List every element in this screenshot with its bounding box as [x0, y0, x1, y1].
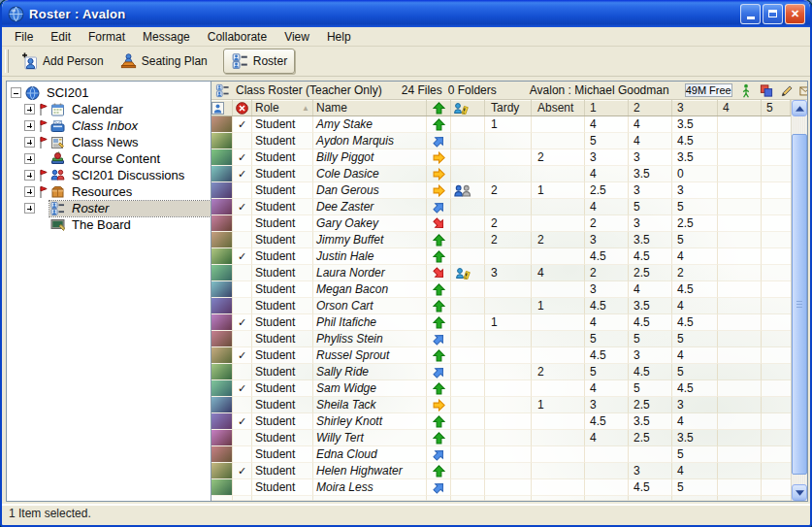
attendance-check[interactable] — [233, 215, 252, 232]
attendance-check[interactable]: ✓ — [233, 248, 252, 265]
tree-expander[interactable] — [24, 104, 35, 115]
tree-expander[interactable] — [24, 170, 35, 181]
table-row[interactable]: Student Sheila Tack 1 3 2.5 3 — [211, 397, 791, 413]
attendance-check[interactable] — [233, 281, 252, 298]
table-row[interactable]: Student Sally Ride 2 5 4.5 5 — [211, 364, 791, 380]
table-row[interactable]: ✓ Student Phil Itafiche 1 4 4.5 4.5 — [211, 314, 791, 331]
grade-column-header[interactable]: 3 — [672, 100, 718, 115]
toolbar-grip[interactable] — [5, 49, 9, 73]
attendance-check[interactable]: ✓ — [233, 314, 252, 331]
tree-item-sci201-discussions[interactable]: SCI201 Discussions — [9, 167, 211, 183]
grade-column-header[interactable]: 5 — [762, 100, 791, 115]
tree-expander[interactable] — [24, 120, 35, 131]
tree-expander[interactable] — [24, 153, 35, 164]
table-row[interactable]: Student Orson Cart 1 4.5 3.5 4 — [211, 298, 791, 314]
attendance-check[interactable] — [233, 397, 252, 413]
tree-item-course-content[interactable]: Course Content — [9, 150, 211, 167]
table-row[interactable]: Student Jimmy Buffet 2 2 3 3.5 5 — [211, 232, 791, 248]
block-column-header[interactable] — [233, 100, 252, 115]
attendance-check[interactable] — [233, 265, 252, 281]
attendance-check[interactable] — [233, 133, 252, 149]
copy-icon[interactable] — [759, 83, 774, 98]
role-column-header[interactable]: Role▲ — [252, 100, 313, 115]
attendance-check[interactable]: ✓ — [233, 380, 252, 397]
table-row[interactable]: ✓ Student Billy Piggot 2 3 3 3.5 — [211, 149, 791, 166]
person-status-icon[interactable] — [738, 83, 754, 98]
table-row[interactable]: Student Aydon Marquis 5 4 4.5 — [211, 133, 791, 149]
tardy-column-header[interactable]: Tardy — [485, 100, 532, 115]
grade-column-header[interactable]: 2 — [629, 100, 672, 115]
scrollbar-thumb[interactable] — [792, 134, 807, 475]
tree-item-sci201[interactable]: SCI201 — [9, 84, 211, 101]
tree-item-resources[interactable]: Resources — [9, 183, 211, 200]
grade-column-header[interactable]: 1 — [585, 100, 629, 115]
table-row[interactable]: Student Phyliss Stein 5 5 5 — [211, 331, 791, 347]
table-row[interactable]: Student Dan Gerous 2 1 2.5 3 3 — [211, 182, 791, 199]
tree-item-calendar[interactable]: Calendar — [9, 101, 211, 117]
scrollbar-track[interactable] — [792, 116, 807, 484]
tree-expander[interactable] — [11, 87, 21, 98]
attendance-check[interactable]: ✓ — [233, 199, 252, 215]
attendance-check[interactable] — [233, 446, 252, 463]
table-row[interactable]: Student Gary Oakey 2 2 3 2.5 — [211, 215, 791, 232]
table-row[interactable]: Student Edna Cloud 5 — [211, 446, 791, 463]
alert-column-header[interactable] — [451, 100, 485, 115]
maximize-button[interactable] — [763, 4, 783, 24]
table-row[interactable]: ✓ Student Amy Stake 1 4 4 3.5 — [211, 116, 791, 133]
attendance-check[interactable] — [233, 479, 252, 496]
title-bar[interactable]: Roster : Avalon ✕ — [2, 0, 810, 27]
table-row[interactable]: Student Moira Less 4.5 5 — [211, 479, 791, 496]
table-row[interactable]: ✓ Student Helen Highwater 3 4 — [211, 463, 791, 479]
trend-column-header[interactable] — [427, 100, 451, 115]
table-row[interactable]: Student Megan Bacon 3 4 4.5 — [211, 281, 791, 298]
grade-column-header[interactable]: 4 — [718, 100, 762, 115]
tree-expander[interactable] — [24, 203, 35, 214]
menu-item-collaborate[interactable]: Collaborate — [199, 28, 276, 46]
tree-item-roster[interactable]: Roster — [9, 200, 211, 216]
avatar-column-header[interactable] — [211, 100, 233, 115]
tree-expander[interactable] — [24, 186, 35, 197]
vertical-scrollbar[interactable] — [791, 100, 807, 501]
attendance-check[interactable] — [233, 430, 252, 446]
close-button[interactable]: ✕ — [785, 4, 805, 24]
attendance-check[interactable]: ✓ — [233, 116, 252, 133]
pencil-icon[interactable] — [779, 83, 795, 98]
table-row[interactable]: ✓ Student Sam Widge 4 5 4.5 — [211, 380, 791, 397]
attendance-check[interactable] — [233, 331, 252, 347]
menu-item-view[interactable]: View — [276, 28, 318, 46]
attendance-check[interactable] — [233, 364, 252, 380]
attendance-check[interactable] — [233, 496, 252, 501]
menu-item-format[interactable]: Format — [80, 28, 134, 46]
attendance-check[interactable] — [233, 182, 252, 199]
table-row[interactable]: ✓ Student Cole Dasice 4 3.5 0 — [211, 166, 791, 182]
table-row[interactable]: ✓ Student Justin Hale 4.5 4.5 4 — [211, 248, 791, 265]
scroll-up-button[interactable] — [792, 100, 807, 116]
table-row[interactable]: ✓ Student Russel Sprout 4.5 3 4 — [211, 347, 791, 364]
attendance-check[interactable]: ✓ — [233, 413, 252, 430]
attendance-check[interactable]: ✓ — [233, 166, 252, 182]
minimize-button[interactable] — [740, 4, 761, 24]
menu-item-help[interactable]: Help — [318, 28, 360, 46]
table-row[interactable]: ✓ Student Dee Zaster 4 5 5 — [211, 199, 791, 215]
name-column-header[interactable]: Name — [313, 100, 427, 115]
toolbar-button-seating-plan[interactable]: Seating Plan — [112, 49, 215, 74]
attendance-check[interactable]: ✓ — [233, 463, 252, 479]
compose-mail-icon[interactable] — [799, 83, 808, 98]
empty-row[interactable] — [211, 496, 791, 501]
table-row[interactable]: ✓ Student Shirley Knott 4.5 3.5 4 — [211, 413, 791, 430]
tree-item-class-inbox[interactable]: Class Inbox — [9, 117, 211, 134]
attendance-check[interactable]: ✓ — [233, 347, 252, 364]
tree-item-class-news[interactable]: Class News — [9, 134, 211, 150]
attendance-check[interactable]: ✓ — [233, 149, 252, 166]
menu-item-edit[interactable]: Edit — [42, 28, 80, 46]
attendance-check[interactable] — [233, 232, 252, 248]
tree-expander[interactable] — [24, 137, 35, 148]
menu-item-message[interactable]: Message — [134, 28, 199, 46]
table-row[interactable]: Student Willy Tert 4 2.5 3.5 — [211, 430, 791, 446]
toolbar-button-add-person[interactable]: Add Person — [13, 49, 112, 74]
menu-item-file[interactable]: File — [6, 28, 42, 46]
absent-column-header[interactable]: Absent — [532, 100, 585, 115]
tree-item-the-board[interactable]: The Board — [9, 216, 211, 233]
scroll-down-button[interactable] — [792, 484, 807, 501]
table-row[interactable]: Student Laura Norder 3 4 2 2.5 2 — [211, 265, 791, 281]
